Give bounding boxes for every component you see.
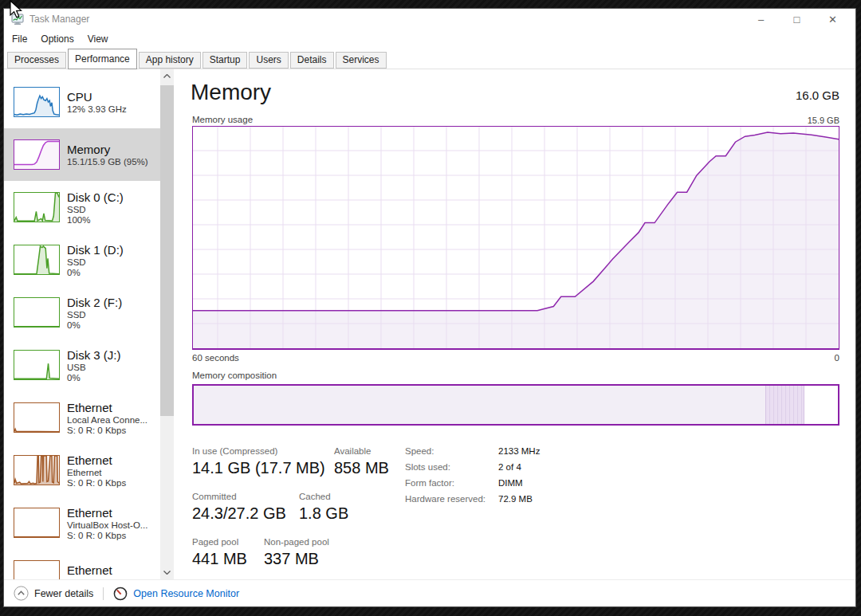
- menu-options[interactable]: Options: [41, 33, 73, 45]
- disk3-mini-graph: [14, 350, 60, 380]
- sidebar-item-ethernet-2[interactable]: EthernetEthernetS: 0 R: 0 Kbps: [4, 444, 160, 496]
- scrollbar-down-icon[interactable]: [160, 566, 174, 579]
- memory-composition-bar[interactable]: [192, 384, 839, 426]
- tab-startup[interactable]: Startup: [202, 52, 248, 69]
- sidebar-item-name: Disk 0 (C:): [67, 190, 124, 204]
- sidebar-item-disk0[interactable]: Disk 0 (C:)SSD100%: [4, 181, 160, 233]
- maximize-button[interactable]: □: [779, 9, 815, 29]
- sidebar-item-text: EthernetVMware Network ...: [67, 563, 147, 579]
- sidebar-item-text: EthernetVirtualBox Host-O...S: 0 R: 0 Kb…: [67, 506, 147, 540]
- menu-bar: FileOptionsView: [4, 29, 855, 48]
- sidebar-item-name: Ethernet: [67, 563, 147, 577]
- resource-monitor-icon[interactable]: [113, 587, 128, 601]
- sidebar-item-text: Disk 3 (J:)USB0%: [67, 348, 121, 383]
- tab-performance[interactable]: Performance: [68, 49, 137, 69]
- disk0-mini-graph: [14, 192, 60, 222]
- sidebar-item-text: Disk 1 (D:)SSD0%: [67, 243, 124, 277]
- scrollbar-thumb[interactable]: [160, 85, 174, 416]
- detail-label: Slots used:: [405, 462, 450, 472]
- sidebar-item-ethernet-1[interactable]: EthernetLocal Area Conne...S: 0 R: 0 Kbp…: [4, 391, 160, 444]
- tab-services[interactable]: Services: [336, 52, 387, 69]
- ethernet-3-mini-graph: [14, 508, 60, 538]
- sidebar-item-disk2[interactable]: Disk 2 (F:)SSD0%: [4, 286, 160, 339]
- detail-row: Form factor:DIMM: [405, 478, 628, 494]
- sidebar-item-detail: S: 0 R: 0 Kbps: [67, 478, 126, 488]
- detail-row: Speed:2133 MHz: [405, 446, 628, 462]
- detail-value: 2 of 4: [498, 462, 521, 472]
- chevron-up-circle-icon[interactable]: [14, 586, 29, 601]
- tab-bar: ProcessesPerformanceApp historyStartupUs…: [4, 48, 855, 69]
- scrollbar-up-icon[interactable]: [160, 69, 174, 83]
- sidebar-scrollbar[interactable]: [160, 69, 174, 579]
- sidebar-item-text: CPU12% 3.93 GHz: [67, 90, 127, 114]
- sidebar-item-cpu[interactable]: CPU12% 3.93 GHz: [4, 76, 160, 128]
- composition-segment-modified[interactable]: [765, 386, 804, 424]
- stat-committed-label: Committed: [192, 492, 237, 501]
- fewer-details-button[interactable]: Fewer details: [34, 588, 93, 599]
- sidebar-item-detail: SSD: [67, 205, 124, 214]
- minimize-button[interactable]: –: [743, 9, 779, 29]
- desktop-background: Task Manager – □ ✕ FileOptionsView Proce…: [0, 0, 861, 616]
- task-manager-window: Task Manager – □ ✕ FileOptionsView Proce…: [3, 8, 856, 607]
- sidebar-item-name: Disk 3 (J:): [67, 348, 121, 362]
- tab-processes[interactable]: Processes: [7, 52, 66, 69]
- tab-details[interactable]: Details: [290, 52, 334, 69]
- sidebar-item-name: Ethernet: [67, 506, 147, 520]
- stat-paged-pool-label: Paged pool: [192, 537, 238, 547]
- detail-value: 72.9 MB: [498, 494, 533, 504]
- memory-mini-graph: [14, 139, 60, 170]
- disk2-mini-graph: [14, 297, 60, 328]
- memory-usage-graph[interactable]: [192, 126, 839, 350]
- sidebar-item-detail: 0%: [67, 373, 121, 383]
- x-axis-right-label: 0: [835, 353, 839, 363]
- memory-usage-label: Memory usage: [192, 115, 253, 124]
- footer-divider: [103, 587, 104, 600]
- menu-file[interactable]: File: [12, 33, 27, 45]
- sidebar-item-detail: 0%: [67, 268, 124, 277]
- sidebar-item-disk1[interactable]: Disk 1 (D:)SSD0%: [4, 233, 160, 286]
- stat-non-paged-pool-label: Non-paged pool: [264, 537, 329, 547]
- sidebar-item-text: EthernetEthernetS: 0 R: 0 Kbps: [67, 453, 126, 488]
- task-manager-app-icon: [11, 13, 24, 26]
- memory-panel: Memory 16.0 GB Memory usage 15.9 GB 60 s…: [174, 69, 855, 579]
- sidebar-item-detail: 15.1/15.9 GB (95%): [67, 157, 148, 167]
- tab-users[interactable]: Users: [249, 52, 288, 69]
- close-button[interactable]: ✕: [815, 9, 851, 29]
- sidebar-item-detail: S: 0 R: 0 Kbps: [67, 531, 147, 540]
- sidebar-item-detail: 12% 3.93 GHz: [67, 104, 127, 114]
- detail-value: 2133 MHz: [498, 446, 540, 456]
- content-area: CPU12% 3.93 GHzMemory15.1/15.9 GB (95%)D…: [4, 69, 855, 579]
- composition-segment-free[interactable]: [804, 386, 838, 424]
- sidebar-item-text: Memory15.1/15.9 GB (95%): [67, 143, 148, 167]
- sidebar-item-detail: 0%: [67, 320, 122, 330]
- composition-segment-in-use[interactable]: [194, 386, 765, 424]
- tab-app-history[interactable]: App history: [139, 52, 201, 69]
- detail-row: Hardware reserved:72.9 MB: [405, 494, 628, 510]
- sidebar-item-ethernet-4[interactable]: EthernetVMware Network ...: [4, 549, 160, 579]
- open-resource-monitor-link[interactable]: Open Resource Monitor: [133, 588, 239, 599]
- sidebar-item-detail: VMware Network ...: [67, 578, 147, 579]
- stat-non-paged-pool-value: 337 MB: [264, 550, 319, 568]
- sidebar-item-detail: SSD: [67, 310, 122, 320]
- title-bar[interactable]: Task Manager – □ ✕: [4, 9, 855, 29]
- sidebar-item-memory[interactable]: Memory15.1/15.9 GB (95%): [4, 128, 160, 181]
- stat-cached-label: Cached: [299, 492, 331, 501]
- sidebar-item-name: Ethernet: [67, 453, 126, 467]
- ethernet-4-mini-graph: [14, 560, 60, 579]
- memory-capacity: 16.0 GB: [796, 88, 839, 102]
- sidebar-item-disk3[interactable]: Disk 3 (J:)USB0%: [4, 339, 160, 391]
- sidebar-item-name: Disk 1 (D:): [67, 243, 124, 257]
- sidebar-item-name: CPU: [67, 90, 127, 104]
- window-title: Task Manager: [29, 14, 89, 25]
- menu-view[interactable]: View: [88, 33, 108, 45]
- graph-x-axis: 60 seconds 0: [192, 353, 839, 363]
- memory-composition-label: Memory composition: [192, 371, 277, 380]
- stat-available-label: Available: [334, 446, 371, 456]
- sidebar-item-detail: VirtualBox Host-O...: [67, 520, 147, 530]
- sidebar-item-detail: Local Area Conne...: [67, 415, 147, 425]
- detail-label: Form factor:: [405, 478, 454, 488]
- sidebar-item-ethernet-3[interactable]: EthernetVirtualBox Host-O...S: 0 R: 0 Kb…: [4, 496, 160, 549]
- hardware-details: Speed:2133 MHzSlots used:2 of 4Form fact…: [405, 446, 628, 520]
- page-title: Memory: [191, 80, 271, 105]
- stat-available-value: 858 MB: [334, 459, 389, 477]
